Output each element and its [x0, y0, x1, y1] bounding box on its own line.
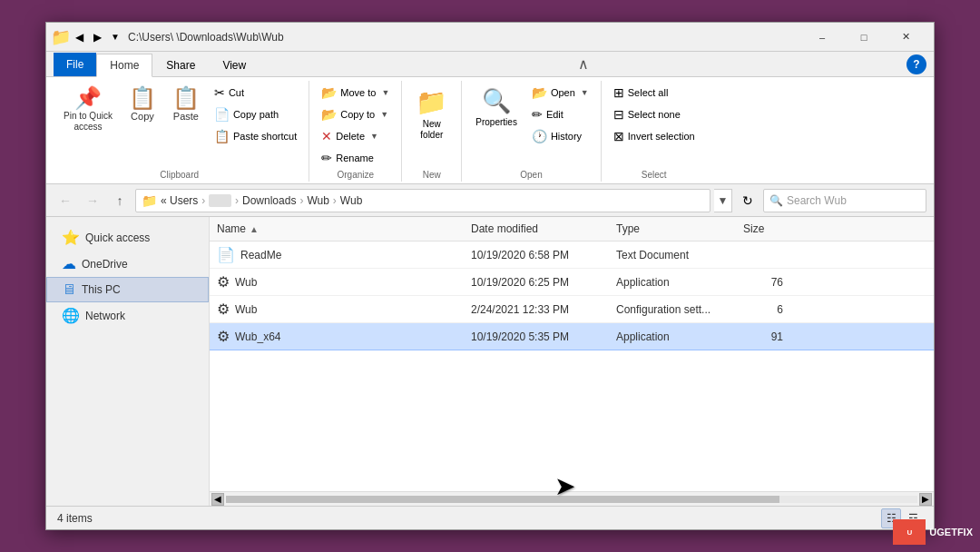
new-folder-icon: 📁 — [416, 87, 447, 117]
help-button[interactable]: ? — [906, 54, 926, 74]
copy-path-button[interactable]: 📄 Copy path — [210, 104, 301, 124]
file-type-cell: Text Document — [609, 244, 736, 266]
address-path[interactable]: 📁 « Users › › Downloads › Wub › Wub — [135, 189, 710, 212]
col-header-date[interactable]: Date modified — [464, 221, 609, 237]
file-icon: 📄 — [217, 246, 235, 263]
forward-button[interactable]: → — [81, 189, 104, 212]
rename-button[interactable]: ✏ Rename — [317, 148, 394, 168]
breadcrumb-user[interactable] — [209, 194, 231, 207]
select-none-button[interactable]: ⊟ Select none — [609, 104, 700, 124]
file-type-cell: Application — [609, 271, 736, 293]
sidebar-item-this-pc[interactable]: 🖥 This PC — [46, 277, 209, 302]
file-list-container: Name ▲ Date modified Type Size 📄 ReadMe … — [210, 217, 934, 506]
onedrive-icon: ☁ — [62, 255, 76, 272]
ribbon-collapse-button[interactable]: ∧ — [573, 55, 594, 76]
select-all-label: Select all — [628, 87, 669, 98]
file-name: ReadMe — [240, 249, 281, 261]
select-all-button[interactable]: ⊞ Select all — [609, 83, 700, 103]
copy-to-button[interactable]: 📂 Copy to ▼ — [317, 104, 394, 124]
minimize-button[interactable]: – — [801, 23, 843, 52]
path-dropdown-button[interactable]: ▼ — [714, 189, 732, 212]
this-pc-icon: 🖥 — [62, 281, 76, 298]
up-button[interactable]: ↑ — [108, 189, 132, 212]
tab-view[interactable]: View — [209, 53, 260, 76]
sidebar-item-network[interactable]: 🌐 Network — [46, 302, 209, 329]
col-header-name[interactable]: Name ▲ — [210, 221, 464, 237]
watermark: U UGETFIX — [893, 519, 973, 545]
file-icon: ⚙ — [217, 328, 230, 345]
scroll-left-button[interactable]: ◀ — [211, 493, 224, 506]
copy-button[interactable]: 📋 Copy — [122, 83, 162, 126]
back-button[interactable]: ← — [54, 189, 77, 212]
cut-label: Cut — [229, 87, 244, 98]
file-rows: 📄 ReadMe 10/19/2020 6:58 PM Text Documen… — [210, 242, 934, 350]
ribbon-group-new: 📁 Newfolder New — [402, 81, 462, 182]
sidebar-item-quick-access[interactable]: ⭐ Quick access — [46, 224, 209, 251]
file-size-cell: 6 — [736, 299, 790, 320]
scrollbar-track[interactable] — [226, 496, 917, 503]
pin-label: Pin to Quickaccess — [64, 111, 113, 133]
move-to-dropdown-icon: ▼ — [381, 88, 389, 97]
select-all-icon: ⊞ — [613, 85, 624, 100]
breadcrumb-wub2[interactable]: Wub — [340, 194, 362, 207]
ribbon: 📌 Pin to Quickaccess 📋 Copy 📋 Paste ✂ Cu… — [46, 77, 934, 184]
col-header-type[interactable]: Type — [609, 221, 736, 237]
table-row[interactable]: ⚙ Wub 2/24/2021 12:33 PM Configuration s… — [210, 296, 934, 323]
ribbon-group-open: 🔍 Properties 📂 Open ▼ ✏ Edit 🕐 — [462, 81, 601, 182]
paste-label: Paste — [173, 111, 199, 122]
edit-icon: ✏ — [532, 107, 543, 122]
pin-to-quick-access-button[interactable]: 📌 Pin to Quickaccess — [57, 83, 119, 137]
file-list: Name ▲ Date modified Type Size 📄 ReadMe … — [210, 217, 934, 491]
close-button[interactable]: ✕ — [885, 23, 926, 52]
tab-file[interactable]: File — [54, 53, 96, 76]
table-row[interactable]: ⚙ Wub_x64 10/19/2020 5:35 PM Application… — [210, 323, 934, 350]
table-row[interactable]: 📄 ReadMe 10/19/2020 6:58 PM Text Documen… — [210, 242, 934, 269]
open-content: 🔍 Properties 📂 Open ▼ ✏ Edit 🕐 — [469, 81, 593, 168]
delete-button[interactable]: ✕ Delete ▼ — [317, 126, 394, 146]
file-icon: ⚙ — [217, 273, 230, 291]
paste-shortcut-icon: 📋 — [214, 129, 230, 143]
address-bar: ← → ↑ 📁 « Users › › Downloads › Wub › Wu… — [46, 184, 934, 217]
breadcrumb-users[interactable]: « Users — [161, 194, 198, 207]
maximize-button[interactable]: □ — [843, 23, 885, 52]
copy-icon: 📋 — [129, 87, 156, 109]
invert-selection-button[interactable]: ⊠ Invert selection — [609, 126, 700, 146]
delete-dropdown-icon: ▼ — [370, 132, 378, 141]
breadcrumb-downloads[interactable]: Downloads — [242, 194, 296, 207]
history-button[interactable]: 🕐 History — [527, 126, 593, 146]
file-date-cell: 10/19/2020 5:35 PM — [464, 326, 609, 348]
tab-home[interactable]: Home — [96, 54, 152, 77]
properties-button[interactable]: 🔍 Properties — [469, 83, 524, 132]
ribbon-group-select: ⊞ Select all ⊟ Select none ⊠ Invert sele… — [602, 81, 707, 182]
tab-share[interactable]: Share — [152, 53, 209, 76]
cut-button[interactable]: ✂ Cut — [210, 83, 301, 103]
clipboard-content: 📌 Pin to Quickaccess 📋 Copy 📋 Paste ✂ Cu… — [57, 81, 301, 168]
main-content: ⭐ Quick access ☁ OneDrive 🖥 This PC 🌐 Ne… — [46, 217, 934, 506]
file-date-cell: 2/24/2021 12:33 PM — [464, 299, 609, 320]
col-header-size[interactable]: Size — [736, 221, 790, 237]
scroll-right-button[interactable]: ▶ — [919, 493, 932, 506]
refresh-button[interactable]: ↻ — [736, 189, 760, 212]
back-quick-icon: ◀ — [72, 30, 86, 44]
file-name-cell: ⚙ Wub — [210, 296, 464, 322]
titlebar-path: C:\Users\ \Downloads\Wub\Wub — [128, 31, 801, 44]
search-box[interactable]: 🔍 Search Wub — [763, 189, 926, 212]
move-to-icon: 📂 — [321, 85, 337, 100]
sidebar-item-onedrive[interactable]: ☁ OneDrive — [46, 251, 209, 277]
file-date-cell: 10/19/2020 6:58 PM — [464, 244, 609, 266]
paste-button[interactable]: 📋 Paste — [166, 83, 206, 126]
network-label: Network — [85, 310, 125, 322]
file-name: Wub — [235, 276, 257, 289]
paste-shortcut-button[interactable]: 📋 Paste shortcut — [210, 126, 301, 146]
open-button[interactable]: 📂 Open ▼ — [527, 83, 593, 103]
breadcrumb-wub1[interactable]: Wub — [307, 194, 328, 207]
scrollbar-thumb[interactable] — [226, 496, 779, 503]
edit-button[interactable]: ✏ Edit — [527, 104, 593, 124]
watermark-logo: U — [893, 519, 926, 545]
new-folder-button[interactable]: 📁 Newfolder — [409, 83, 454, 145]
edit-label: Edit — [546, 109, 564, 120]
horizontal-scrollbar[interactable]: ◀ ▶ — [210, 491, 934, 506]
copy-path-icon: 📄 — [214, 107, 230, 122]
table-row[interactable]: ⚙ Wub 10/19/2020 6:25 PM Application 76 — [210, 269, 934, 296]
move-to-button[interactable]: 📂 Move to ▼ — [317, 83, 394, 103]
